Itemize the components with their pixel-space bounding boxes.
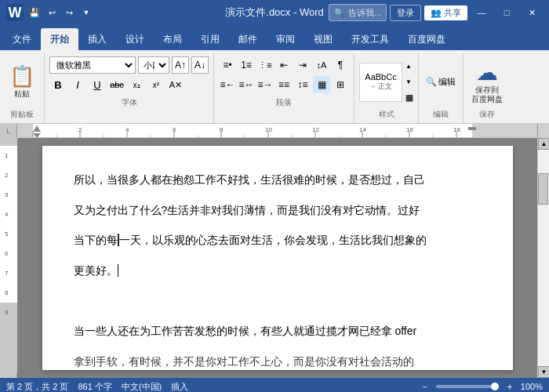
customize-quickaccess[interactable]: ▼ bbox=[80, 6, 93, 19]
share-button[interactable]: 👥 共享 bbox=[424, 5, 467, 20]
styles-up-icon[interactable]: ▲ bbox=[405, 63, 413, 70]
increase-indent[interactable]: ⇥ bbox=[294, 56, 311, 74]
align-justify[interactable]: ≡≡ bbox=[275, 76, 293, 93]
normal-label: → 正文 bbox=[369, 82, 393, 92]
font-size-increase[interactable]: A↑ bbox=[172, 56, 189, 74]
zoom-in-button[interactable]: ＋ bbox=[505, 380, 514, 393]
title-bar-right: 🔍 告诉我... 登录 👥 共享 — □ ✕ bbox=[329, 4, 543, 21]
clipboard-label: 剪贴板 bbox=[10, 109, 34, 120]
styles-content: AaBbCc → 正文 ▲ ▼ ⬛ bbox=[359, 56, 413, 107]
redo-quickaccess[interactable]: ↪ bbox=[63, 6, 75, 19]
bullets-button[interactable]: ≡• bbox=[219, 56, 236, 74]
tab-mailings[interactable]: 邮件 bbox=[229, 28, 267, 50]
styles-normal[interactable]: AaBbCc → 正文 bbox=[359, 63, 402, 102]
title-bar: W 💾 ↩ ↪ ▼ 演示文件.docx - Word 🔍 告诉我... 登录 👥… bbox=[0, 0, 549, 25]
zoom-out-button[interactable]: － bbox=[420, 380, 430, 393]
close-button[interactable]: ✕ bbox=[521, 5, 543, 20]
minimize-button[interactable]: — bbox=[471, 5, 493, 20]
save-quickaccess[interactable]: 💾 bbox=[28, 6, 41, 19]
document-content[interactable]: 所以，当很多人都在抱怨工作不好找，生活很难的时候，是否想过，自己 又为之付出了什… bbox=[74, 169, 482, 372]
font-label: 字体 bbox=[49, 97, 209, 108]
italic-button[interactable]: I bbox=[69, 76, 86, 93]
zoom-thumb[interactable] bbox=[491, 383, 499, 390]
vertical-scrollbar[interactable]: ▲ ▼ bbox=[537, 138, 549, 378]
multilevel-button[interactable]: ⋮≡ bbox=[256, 56, 274, 74]
ribbon-tabs: 文件 开始 插入 设计 布局 引用 邮件 审阅 视图 开发工具 百度网盘 bbox=[0, 25, 549, 50]
login-button[interactable]: 登录 bbox=[390, 5, 421, 21]
scroll-up-button[interactable]: ▲ bbox=[538, 138, 549, 150]
svg-rect-1 bbox=[17, 124, 33, 137]
tab-layout[interactable]: 布局 bbox=[154, 28, 191, 50]
font-size-decrease[interactable]: A↓ bbox=[191, 56, 209, 74]
align-right[interactable]: ≡→ bbox=[256, 76, 274, 93]
underline-btn-wrap: U bbox=[89, 76, 106, 93]
document-page: 所以，当很多人都在抱怨工作不好找，生活很难的时候，是否想过，自己 又为之付出了什… bbox=[42, 146, 513, 370]
paragraph-5 bbox=[74, 290, 482, 311]
numbering-button[interactable]: 1≡ bbox=[238, 56, 255, 74]
scroll-track[interactable] bbox=[538, 150, 549, 366]
svg-rect-31 bbox=[468, 127, 476, 130]
svg-text:3: 3 bbox=[5, 191, 9, 198]
sort-button[interactable]: ↕A bbox=[313, 56, 330, 74]
paragraph-6: 当一些人还在为工作苦苦发愁的时候，有些人就通过揽才网已经拿 offer bbox=[74, 321, 482, 342]
tab-developer[interactable]: 开发工具 bbox=[342, 28, 398, 50]
status-bar: 第 2 页，共 2 页 861 个字 中文(中国) 插入 － ＋ 100% bbox=[0, 378, 549, 392]
font-group: 微软雅黑 小四 A↑ A↓ B I U abc x₂ x² A✕ 字体 bbox=[45, 53, 214, 123]
document-scroll[interactable]: 所以，当很多人都在抱怨工作不好找，生活很难的时候，是否想过，自己 又为之付出了什… bbox=[17, 138, 537, 378]
maximize-button[interactable]: □ bbox=[496, 5, 518, 20]
subscript-button[interactable]: x₂ bbox=[128, 76, 145, 93]
page-info: 第 2 页，共 2 页 bbox=[6, 381, 68, 393]
zoom-slider[interactable] bbox=[436, 385, 499, 388]
styles-down-icon[interactable]: ▼ bbox=[405, 78, 413, 85]
font-size-select[interactable]: 小四 bbox=[138, 56, 169, 74]
tab-review[interactable]: 审阅 bbox=[267, 28, 304, 50]
horizontal-ruler: L 2 4 6 8 bbox=[0, 124, 549, 138]
svg-text:10: 10 bbox=[265, 126, 272, 133]
border-button[interactable]: ⊞ bbox=[332, 76, 349, 93]
strikethrough-button[interactable]: abc bbox=[108, 76, 125, 93]
align-center[interactable]: ≡↔ bbox=[238, 76, 255, 93]
app-icon: W bbox=[6, 4, 24, 21]
tab-design[interactable]: 设计 bbox=[116, 28, 154, 50]
paragraph-3: 当下的每一天，以乐观的心态去面对生活，你会发现，生活比我们想象的 bbox=[74, 230, 482, 251]
tell-me-box[interactable]: 🔍 告诉我... bbox=[329, 4, 387, 21]
shading-button[interactable]: ▦ bbox=[313, 76, 330, 93]
scroll-thumb[interactable] bbox=[538, 173, 548, 205]
svg-text:12: 12 bbox=[312, 126, 319, 133]
undo-quickaccess[interactable]: ↩ bbox=[45, 6, 58, 19]
save-cloud-label: 保存到百度网盘 bbox=[471, 85, 503, 104]
ruler-right-corner bbox=[537, 124, 549, 137]
tab-view[interactable]: 视图 bbox=[304, 28, 342, 50]
paragraph-2: 又为之付出了什么?生活并非对我们薄情，而是我们没有对它动情。过好 bbox=[74, 200, 482, 221]
scroll-down-button[interactable]: ▼ bbox=[538, 366, 549, 378]
tab-insert[interactable]: 插入 bbox=[78, 28, 116, 50]
underline-button[interactable]: U bbox=[89, 76, 106, 93]
font-name-select[interactable]: 微软雅黑 bbox=[49, 56, 136, 74]
svg-text:16: 16 bbox=[406, 126, 413, 133]
tab-home[interactable]: 开始 bbox=[41, 28, 78, 50]
decrease-indent[interactable]: ⇤ bbox=[275, 56, 293, 74]
eraser-icon: A✕ bbox=[169, 80, 182, 90]
paste-button[interactable]: 📋 粘贴 bbox=[5, 63, 39, 101]
align-left[interactable]: ≡← bbox=[219, 76, 236, 93]
find-button[interactable]: 🔍编辑 bbox=[424, 71, 458, 93]
paragraph-group: ≡• 1≡ ⋮≡ ⇤ ⇥ ↕A ¶ ≡← ≡↔ ≡→ ≡≡ ↕≡ ▦ ⊞ 段落 bbox=[214, 53, 354, 123]
tab-references[interactable]: 引用 bbox=[191, 28, 229, 50]
styles-scroll[interactable]: ▲ ▼ ⬛ bbox=[405, 63, 413, 102]
svg-rect-33 bbox=[0, 146, 17, 303]
bold-button[interactable]: B bbox=[49, 76, 67, 93]
save-cloud-button[interactable]: ☁ 保存到百度网盘 bbox=[468, 56, 506, 107]
tab-baidu[interactable]: 百度网盘 bbox=[398, 28, 455, 50]
svg-text:6: 6 bbox=[5, 250, 9, 257]
text-cursor: ​ bbox=[118, 264, 118, 277]
clear-format-button[interactable]: A✕ bbox=[167, 76, 184, 93]
line-spacing[interactable]: ↕≡ bbox=[294, 76, 311, 93]
svg-text:1: 1 bbox=[5, 152, 9, 159]
superscript-button[interactable]: x² bbox=[147, 76, 165, 93]
tab-file[interactable]: 文件 bbox=[3, 28, 41, 50]
svg-text:2: 2 bbox=[5, 172, 9, 179]
show-marks-button[interactable]: ¶ bbox=[332, 56, 349, 74]
search-icon: 🔍 bbox=[334, 8, 345, 18]
styles-expand-icon[interactable]: ⬛ bbox=[405, 95, 413, 102]
vertical-ruler-svg: 1 2 3 4 5 6 7 8 9 bbox=[0, 138, 17, 373]
